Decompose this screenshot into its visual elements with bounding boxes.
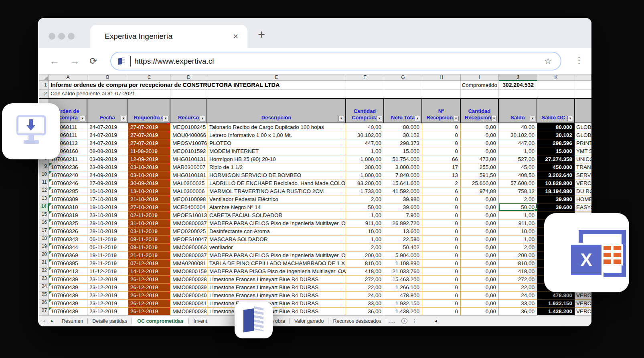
cell-cantrec[interactable]: 0,00 [461, 227, 499, 235]
cell-desc[interactable]: Limestone Frances Limeyart Blue B4 DURAS [207, 276, 346, 284]
column-letter-G[interactable]: G [384, 74, 422, 81]
column-header-d[interactable]: Recurso▾ [170, 99, 207, 123]
cell-desc[interactable]: CARETA FACIAL SOLDADOR [207, 211, 346, 219]
row-header[interactable]: 24 [39, 284, 49, 292]
cell-req[interactable]: 26-12-2019 [128, 276, 170, 284]
cell-cantrec[interactable]: 0,00 [461, 195, 499, 203]
empty-cell[interactable] [422, 81, 461, 90]
cell-req[interactable]: 27-07-2019 [128, 139, 170, 147]
cell-req[interactable]: 27-07-2019 [128, 131, 170, 139]
cell-saldo[interactable]: 50,00 [499, 203, 537, 211]
cell-vendor[interactable]: PRINT [575, 139, 591, 147]
sheet-tab-oc-comprometidas[interactable]: OC comprometidas [132, 316, 188, 326]
row-header[interactable]: 14 [39, 203, 49, 211]
cell-fecha[interactable]: 10-10-2019 [87, 187, 128, 195]
cell-vendor[interactable]: SERVI [575, 171, 591, 179]
cell-rec[interactable]: MEQ0100098 [170, 195, 207, 203]
column-header-f[interactable]: Cantidad Comprada▾ [346, 99, 384, 123]
cell-saldo[interactable]: 272,00 [499, 276, 537, 284]
select-all-corner[interactable] [39, 74, 49, 81]
cell-saldooc[interactable]: 30.102 [537, 131, 575, 139]
cell-cant[interactable]: 300,00 [346, 163, 384, 171]
cell-req[interactable]: 07-12-2019 [128, 259, 170, 267]
cell-req[interactable]: 03-11-2019 [128, 227, 170, 235]
cell-saldooc[interactable]: 10.828.800 [537, 179, 575, 187]
cell-vendor[interactable]: YMT S [575, 147, 591, 155]
cell-cantrec[interactable]: 0,00 [461, 267, 499, 276]
cell-req[interactable]: 26-12-2019 [128, 292, 170, 300]
cell-fecha[interactable]: 23-12-2019 [87, 284, 128, 292]
cell-saldo[interactable]: 2,00 [499, 243, 537, 251]
cell-desc[interactable]: MADERA PARA CIELOS Piso de Ingenieria Mu… [207, 219, 346, 227]
forward-icon[interactable]: → [70, 55, 80, 67]
empty-cell[interactable] [537, 81, 575, 90]
cell-rec[interactable]: MMA0200081 [170, 259, 207, 267]
cell-saldo[interactable]: 1,00 [499, 235, 537, 243]
row-header[interactable]: 20 [39, 251, 49, 259]
cell-cant[interactable]: 30.102,00 [346, 131, 384, 139]
cell-rec[interactable]: MEQ0101592 [170, 147, 207, 155]
tabs-overflow-indicator[interactable]: ... [386, 316, 399, 326]
cell-nrec[interactable]: 0 [422, 284, 461, 292]
cell-oc[interactable]: 107060369 [49, 251, 87, 259]
cell-saldo[interactable]: 57.600,00 [499, 179, 537, 187]
row-header[interactable]: 19 [39, 243, 49, 251]
cell-oc[interactable]: 107060285 [49, 187, 87, 195]
cell-neto[interactable]: 51.754.000 [384, 155, 422, 163]
cell-fecha[interactable]: 23-12-2019 [87, 276, 128, 284]
column-header-c[interactable]: Requerido e▾ [128, 99, 170, 123]
cell-fecha[interactable]: 24-07-2019 [87, 123, 128, 131]
cell-cantrec[interactable]: 0,00 [461, 139, 499, 147]
cell-cant[interactable]: 1,00 [346, 147, 384, 155]
cell-fecha[interactable]: 23-12-2019 [87, 292, 128, 300]
cell-cant[interactable]: 36,00 [346, 308, 384, 315]
cell-desc[interactable]: Desinfectante con Aroma [207, 227, 346, 235]
cell-neto[interactable]: 1.438.200 [384, 308, 422, 315]
cell-nrec[interactable]: 0 [422, 195, 461, 203]
cell-vendor[interactable]: VERCO [575, 308, 591, 315]
url-text[interactable]: https://www.expertiva.cl [134, 57, 544, 66]
cell-cantrec[interactable]: 0,00 [461, 308, 499, 315]
cell-cant[interactable]: 272,00 [346, 276, 384, 284]
sheet-tab-detalle-partidas[interactable]: Detalle partidas [88, 316, 132, 326]
cell-rec[interactable]: MMO0800037 [170, 251, 207, 259]
cell-cantrec[interactable]: 591,50 [461, 171, 499, 179]
cell-saldooc[interactable]: 298.596 [537, 139, 575, 147]
cell-saldo[interactable]: 1,00 [499, 147, 537, 155]
cell-desc[interactable]: Ripio de 1 1/2 [207, 163, 346, 171]
cell-saldo[interactable]: 418,00 [499, 267, 537, 276]
cell-req[interactable]: 11-08-2019 [128, 147, 170, 155]
row-header[interactable]: 22 [39, 267, 49, 276]
cell-cant[interactable]: 1,00 [346, 235, 384, 243]
cell-vendor[interactable]: VERCO [575, 292, 591, 300]
cell-cantrec[interactable]: 255,00 [461, 163, 499, 171]
column-letter-C[interactable]: C [128, 74, 170, 81]
cell-oc[interactable]: 107060309 [49, 195, 87, 203]
cell-oc[interactable]: 107060395 [49, 259, 87, 267]
cell-neto[interactable]: 30.102 [384, 131, 422, 139]
row-header[interactable]: 1 [39, 81, 49, 90]
cell-saldooc[interactable]: 15.000 [537, 147, 575, 155]
cell-nrec[interactable]: 0 [422, 131, 461, 139]
cell-rec[interactable]: MAR0300007 [170, 163, 207, 171]
cell-cantrec[interactable]: 25.600,00 [461, 179, 499, 187]
cell-nrec[interactable]: 66 [422, 155, 461, 163]
cell-cant[interactable]: 2,00 [346, 195, 384, 203]
cell-req[interactable]: 27-10-2019 [128, 203, 170, 211]
cell-fecha[interactable]: 23-12-2019 [87, 308, 128, 315]
cell-desc[interactable]: Limestone Frances Limeyart Blue B4 DURAS [207, 292, 346, 300]
bookmark-star-icon[interactable]: ☆ [544, 56, 552, 66]
row-header[interactable]: 2 [39, 90, 49, 98]
cell-cantrec[interactable]: 974,88 [461, 187, 499, 195]
cell-nrec[interactable]: 0 [422, 139, 461, 147]
row-header[interactable]: 21 [39, 259, 49, 267]
empty-cell[interactable] [537, 90, 575, 98]
column-letter-B[interactable]: B [87, 74, 128, 81]
cell-desc[interactable]: MARMOL TRAVERTINO AGUA RUSTICO 2CM [207, 187, 346, 195]
cell-saldooc[interactable]: 18.194.880 [537, 187, 575, 195]
cell-nrec[interactable]: 6 [422, 187, 461, 195]
cell-neto[interactable]: 298.373 [384, 139, 422, 147]
address-bar[interactable]: https://www.expertiva.cl ☆ [110, 52, 561, 70]
comprometido-label-cell[interactable]: Comprometido [461, 81, 499, 90]
cell-rec[interactable]: MPOES10047 [170, 235, 207, 243]
